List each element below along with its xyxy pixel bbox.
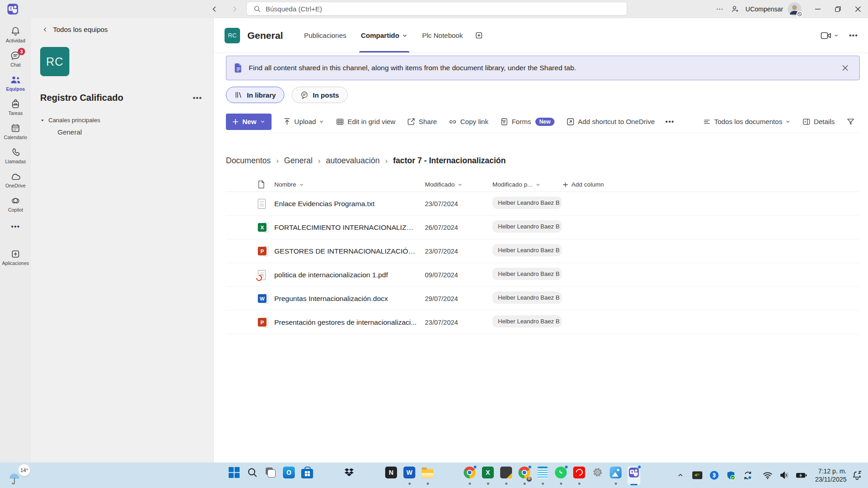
tab-compartido[interactable]: Compartido — [361, 18, 408, 52]
add-tab-button[interactable] — [472, 29, 486, 42]
share-button[interactable]: Share — [402, 114, 442, 130]
modified-by-pill[interactable]: Helber Leandro Baez B — [492, 315, 562, 327]
banner-close-button[interactable] — [838, 61, 852, 75]
modified-by-pill[interactable]: Helber Leandro Baez B — [492, 220, 562, 233]
table-row[interactable]: P GESTORES DE INTERNACIONALIZACIÓN 2... … — [226, 239, 860, 263]
column-header-nombre[interactable]: Nombre — [274, 181, 425, 188]
windows-security-icon[interactable] — [725, 469, 737, 481]
breadcrumb-general[interactable]: General — [284, 156, 313, 166]
modified-by-pill[interactable]: Helber Leandro Baez B — [492, 244, 562, 256]
user-avatar[interactable] — [788, 2, 801, 16]
account-name[interactable]: UCompensar — [746, 5, 783, 13]
modified-by-pill[interactable]: Helber Leandro Baez B — [492, 268, 562, 280]
file-name-link[interactable]: Presentación gestores de internacionaliz… — [274, 318, 425, 327]
taskbar-explorer-button[interactable] — [421, 466, 434, 486]
file-name-link[interactable]: FORTALECIMIENTO INTERNACIONALIZACI... — [274, 223, 425, 232]
column-header-modificado-por[interactable]: Modificado p... — [492, 181, 563, 188]
wifi-icon[interactable] — [762, 469, 774, 481]
details-button[interactable]: Details — [797, 114, 840, 130]
close-button[interactable] — [848, 0, 868, 18]
back-button[interactable] — [208, 2, 221, 16]
upload-button[interactable]: Upload — [278, 114, 329, 130]
meet-now-button[interactable] — [821, 31, 839, 40]
file-name-link[interactable]: Preguntas Internacionalización.docx — [274, 295, 425, 303]
taskbar-acrobat-button[interactable] — [573, 466, 586, 486]
tab-plc-notebook[interactable]: Plc Notebook — [422, 18, 463, 52]
modified-by-pill[interactable]: Helber Leandro Baez B — [492, 291, 562, 304]
sync-icon[interactable] — [742, 469, 754, 481]
notifications-bell-icon[interactable] — [852, 469, 863, 481]
table-row[interactable]: P Presentación gestores de internacional… — [226, 311, 860, 334]
taskbar-chrome-button[interactable] — [463, 466, 476, 486]
rail-item-actividad[interactable]: Actividad — [0, 23, 31, 47]
channel-more-button[interactable]: ••• — [849, 31, 858, 40]
taskbar-outlook-button[interactable]: O — [282, 466, 295, 486]
add-shortcut-onedrive-button[interactable]: Add shortcut to OneDrive — [561, 114, 659, 130]
taskbar-store-button[interactable] — [301, 466, 314, 486]
in-posts-pill[interactable]: In posts — [292, 87, 348, 103]
team-options-button[interactable]: ••• — [193, 93, 202, 103]
in-library-pill[interactable]: In library — [226, 87, 284, 103]
forms-button[interactable]: Forms New — [495, 114, 559, 130]
taskbar-whatsapp-button[interactable] — [554, 466, 567, 486]
rail-item-onedrive[interactable]: OneDrive — [0, 168, 31, 192]
command-bar-overflow-button[interactable]: ••• — [662, 118, 678, 126]
file-name-link[interactable]: Enlace Evidencias Programa.txt — [274, 200, 425, 208]
file-type-column-header[interactable] — [258, 180, 274, 189]
volume-icon[interactable] — [779, 469, 790, 481]
rail-item-aplicaciones[interactable]: Aplicaciones — [0, 245, 31, 270]
modified-by-pill[interactable]: Helber Leandro Baez B — [492, 197, 562, 209]
rail-more-button[interactable]: ••• — [11, 216, 20, 237]
new-button[interactable]: New — [226, 114, 272, 130]
battery-icon[interactable] — [795, 469, 807, 481]
taskbar-settings-button[interactable] — [591, 466, 604, 486]
table-row[interactable]: W Preguntas Internacionalización.docx 29… — [226, 287, 860, 311]
taskbar-dark-folder-button[interactable] — [500, 466, 512, 486]
rail-item-tareas[interactable]: Tareas — [0, 95, 31, 119]
bluetooth-icon[interactable] — [708, 469, 720, 481]
table-row[interactable]: X FORTALECIMIENTO INTERNACIONALIZACI... … — [226, 216, 860, 239]
rail-item-llamadas[interactable]: Llamadas — [0, 144, 31, 168]
taskbar-search-button[interactable] — [246, 466, 259, 486]
taskbar-photos-button[interactable] — [609, 466, 622, 486]
taskbar-teams-button[interactable] — [627, 466, 640, 485]
taskbar-word-button[interactable]: W — [403, 466, 416, 486]
file-name-link[interactable]: GESTORES DE INTERNACIONALIZACIÓN 2... — [274, 247, 425, 255]
minimize-button[interactable] — [808, 0, 828, 18]
add-column-button[interactable]: Add column — [563, 181, 860, 188]
edit-grid-view-button[interactable]: Edit in grid view — [331, 114, 400, 130]
taskbar-notion-button[interactable]: N — [385, 466, 397, 486]
taskbar-notepad-button[interactable] — [536, 466, 549, 486]
back-to-all-teams[interactable]: Todos los equipos — [42, 26, 213, 33]
invite-people-button[interactable] — [727, 1, 743, 17]
column-header-modificado[interactable]: Modificado — [425, 181, 492, 188]
team-avatar[interactable]: RC — [40, 47, 69, 76]
taskbar-excel-button[interactable]: X — [481, 466, 494, 486]
rail-item-calendario[interactable]: Calendario — [0, 119, 31, 144]
filter-button[interactable] — [842, 114, 860, 130]
channel-item-general[interactable]: General — [58, 128, 213, 136]
rail-item-chat[interactable]: 3 Chat — [0, 47, 31, 71]
taskbar-dropbox-button[interactable] — [343, 466, 356, 486]
tab-publicaciones[interactable]: Publicaciones — [304, 18, 346, 52]
search-input[interactable]: Búsqueda (Ctrl+E) — [246, 2, 627, 16]
taskbar-clock[interactable]: 7:12 p. m. 23/11/2025 — [815, 467, 847, 483]
channels-group-toggle[interactable]: Canales principales — [40, 117, 213, 124]
rail-item-copilot[interactable]: Copilot — [0, 192, 31, 216]
weather-widget[interactable]: 14° — [7, 464, 31, 486]
titlebar-more-button[interactable] — [712, 1, 727, 17]
file-name-link[interactable]: politica de internacionalizacion 1.pdf — [274, 271, 425, 279]
teams-logo-icon[interactable] — [6, 3, 19, 16]
table-row[interactable]: Enlace Evidencias Programa.txt 23/07/202… — [226, 192, 860, 216]
rail-item-equipos[interactable]: Equipos — [0, 71, 31, 95]
taskbar-chrome-profile-button[interactable] — [518, 466, 531, 486]
view-selector-button[interactable]: Todos los documentos — [698, 114, 795, 130]
breadcrumb-autoevaluacion[interactable]: autoevaluación — [326, 156, 380, 166]
start-button[interactable] — [228, 466, 241, 486]
maximize-restore-button[interactable] — [828, 0, 848, 18]
breadcrumb-documentos[interactable]: Documentos — [226, 156, 271, 166]
tray-chevron-up-icon[interactable] — [675, 469, 686, 481]
copy-link-button[interactable]: Copy link — [444, 114, 493, 130]
table-row[interactable]: politica de internacionalizacion 1.pdf 0… — [226, 263, 860, 287]
nvidia-icon[interactable] — [691, 469, 703, 481]
